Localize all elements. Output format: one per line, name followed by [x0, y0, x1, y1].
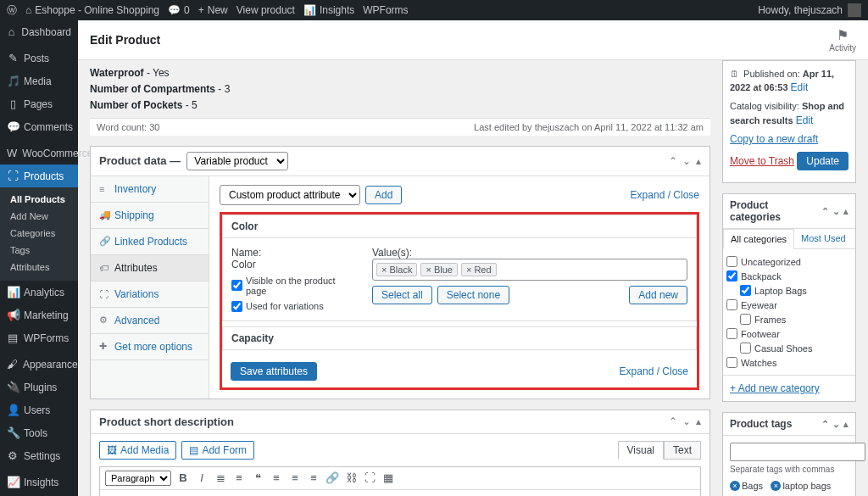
value-tag[interactable]: × Black	[376, 263, 417, 276]
quote-icon[interactable]: ❝	[251, 471, 264, 484]
cat-tab-most-used[interactable]: Most Used	[794, 229, 853, 248]
insights-link[interactable]: 📊 Insights	[303, 4, 354, 16]
tag-input[interactable]	[730, 443, 865, 461]
nav-appearance[interactable]: 🖌Appearance	[0, 353, 78, 376]
chevron-down-icon[interactable]: ⌄	[682, 155, 691, 167]
link-icon[interactable]: 🔗	[326, 471, 339, 484]
view-product-link[interactable]: View product	[236, 4, 295, 16]
expand-close-link[interactable]: Expand / Close	[631, 189, 699, 201]
italic-icon[interactable]: I	[195, 471, 209, 484]
cat-watches[interactable]: Watches	[726, 355, 852, 370]
comments-link[interactable]: 💬 0	[168, 4, 190, 16]
text-tab[interactable]: Text	[664, 441, 701, 460]
cat-casual-shoes[interactable]: Casual Shoes	[726, 341, 852, 355]
tab-advanced[interactable]: ⚙Advanced	[91, 308, 209, 334]
update-button[interactable]: Update	[797, 152, 849, 170]
new-link[interactable]: + New	[198, 4, 228, 16]
tab-inventory[interactable]: ≡Inventory	[91, 176, 209, 203]
subnav-categories[interactable]: Categories	[0, 225, 78, 242]
move-to-trash-link[interactable]: Move to Trash	[730, 154, 794, 169]
select-none-button[interactable]: Select none	[437, 286, 509, 304]
visual-tab[interactable]: Visual	[618, 441, 664, 460]
fullscreen-icon[interactable]: ⛶	[363, 471, 376, 484]
edit-date-link[interactable]: Edit	[791, 81, 809, 93]
product-type-select[interactable]: Variable product	[186, 152, 288, 170]
nav-media[interactable]: 🎵Media	[0, 70, 78, 92]
chevron-down-icon[interactable]: ⌄	[832, 206, 840, 217]
tab-shipping[interactable]: 🚚Shipping	[91, 203, 209, 229]
chevron-up-icon[interactable]: ⌃	[821, 206, 829, 217]
tab-variations[interactable]: ⛶Variations	[91, 281, 209, 308]
unlink-icon[interactable]: ⛓	[344, 471, 358, 484]
nav-users[interactable]: 👤Users	[0, 398, 78, 421]
align-left-icon[interactable]: ≡	[270, 471, 283, 484]
ul-icon[interactable]: ≣	[214, 471, 227, 484]
nav-posts[interactable]: ✎Posts	[0, 47, 78, 70]
nav-plugins[interactable]: 🔌Plugins	[0, 376, 78, 398]
cat-backpack[interactable]: Backpack	[726, 269, 852, 283]
chevron-up-icon[interactable]: ⌃	[669, 155, 677, 167]
wpforms-link[interactable]: WPForms	[363, 4, 408, 16]
add-new-value-button[interactable]: Add new	[629, 286, 687, 304]
align-center-icon[interactable]: ≡	[288, 471, 302, 484]
activity-button[interactable]: ⚑ Activity	[829, 27, 856, 53]
select-all-button[interactable]: Select all	[372, 286, 432, 304]
chevron-up-icon[interactable]: ⌃	[669, 415, 677, 427]
ol-icon[interactable]: ≡	[232, 471, 246, 484]
tab-get-more[interactable]: ✚Get more options	[91, 334, 209, 360]
nav-comments[interactable]: 💬Comments	[0, 115, 78, 138]
nav-woocommerce[interactable]: WWooCommerce	[0, 142, 78, 164]
cat-laptop-bags[interactable]: Laptop Bags	[726, 283, 852, 298]
remove-tag-icon[interactable]: ×	[730, 481, 740, 491]
attribute-color-header[interactable]: Color	[223, 215, 696, 238]
edit-visibility-link[interactable]: Edit	[796, 114, 814, 126]
visible-checkbox[interactable]: Visible on the product page	[231, 276, 359, 296]
bold-icon[interactable]: B	[176, 471, 190, 484]
subnav-tags[interactable]: Tags	[0, 242, 78, 259]
chevron-up-icon[interactable]: ⌃	[821, 419, 829, 430]
value-tag[interactable]: × Red	[461, 263, 497, 276]
nav-wpforms[interactable]: ▤WPForms	[0, 326, 78, 349]
cat-tab-all[interactable]: All categories	[723, 229, 794, 249]
copy-draft-link[interactable]: Copy to a new draft	[730, 133, 818, 145]
editor-body[interactable]: 30% Extra Storage We Indians tend to car…	[100, 490, 700, 496]
tab-attributes[interactable]: 🏷Attributes	[91, 255, 209, 281]
add-attribute-button[interactable]: Add	[365, 186, 402, 204]
panel-toggle-icon[interactable]: ▴	[696, 155, 701, 167]
save-attributes-button[interactable]: Save attributes	[231, 362, 317, 381]
tab-linked-products[interactable]: 🔗Linked Products	[91, 229, 209, 255]
cat-uncategorized[interactable]: Uncategorized	[726, 254, 852, 269]
panel-toggle-icon[interactable]: ▴	[696, 415, 701, 427]
chevron-down-icon[interactable]: ⌄	[832, 419, 840, 430]
nav-products[interactable]: ⛶Products	[0, 164, 78, 187]
panel-toggle-icon[interactable]: ▴	[843, 206, 849, 217]
cat-eyewear[interactable]: Eyewear	[726, 298, 852, 312]
value-tag[interactable]: × Blue	[420, 263, 458, 276]
cat-frames[interactable]: Frames	[726, 312, 852, 326]
nav-pages[interactable]: ▯Pages	[0, 92, 78, 115]
subnav-all-products[interactable]: All Products	[0, 191, 78, 208]
chevron-down-icon[interactable]: ⌄	[682, 415, 691, 427]
expand-close-link-bottom[interactable]: Expand / Close	[620, 365, 688, 377]
add-form-button[interactable]: ▤ Add Form	[181, 441, 254, 460]
used-checkbox[interactable]: Used for variations	[231, 301, 359, 312]
nav-analytics[interactable]: 📊Analytics	[0, 281, 78, 304]
remove-tag-icon[interactable]: ×	[771, 481, 781, 491]
nav-marketing[interactable]: 📢Marketing	[0, 304, 78, 326]
values-input[interactable]: × Black × Blue × Red	[372, 259, 687, 281]
subnav-attributes[interactable]: Attributes	[0, 259, 78, 276]
nav-insights[interactable]: 📈Insights	[0, 471, 78, 493]
cat-footwear[interactable]: Footwear	[726, 326, 852, 341]
wp-logo-icon[interactable]: ⓦ	[7, 3, 17, 18]
nav-dashboard[interactable]: ⌂Dashboard	[0, 20, 78, 43]
nav-tools[interactable]: 🔧Tools	[0, 421, 78, 444]
attribute-capacity-header[interactable]: Capacity	[223, 327, 696, 349]
add-new-category-link[interactable]: + Add new category	[730, 382, 820, 394]
paragraph-select[interactable]: Paragraph	[105, 471, 171, 486]
panel-toggle-icon[interactable]: ▴	[843, 419, 849, 430]
nav-settings[interactable]: ⚙Settings	[0, 444, 78, 467]
howdy-link[interactable]: Howdy, thejuszach	[758, 4, 843, 16]
align-right-icon[interactable]: ≡	[307, 471, 320, 484]
avatar[interactable]	[848, 3, 861, 17]
site-link[interactable]: ⌂ Eshoppe - Online Shopping	[25, 4, 159, 16]
